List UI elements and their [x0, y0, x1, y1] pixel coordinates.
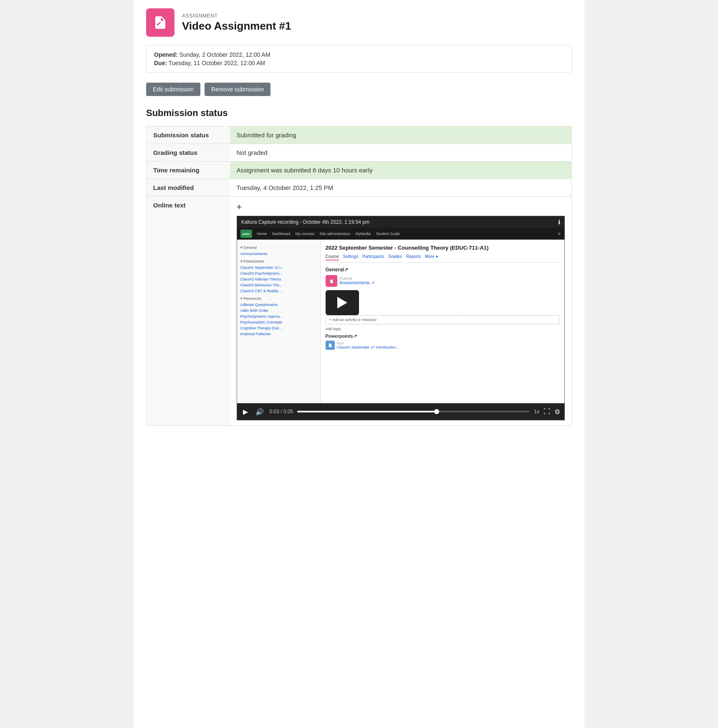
assignment-type-label: ASSIGNMENT [182, 13, 291, 19]
opened-date: Opened: Sunday, 2 October 2022, 12:00 AM [154, 51, 564, 58]
fake-tab-course: Course [326, 254, 339, 260]
fake-sidebar-class2a: Class#2 Psychodynami... [240, 270, 317, 276]
play-pause-button[interactable]: ▶ [241, 407, 250, 417]
fake-close-icon: ✕ [557, 231, 561, 237]
video-player: Kaltura Capture recording - October 4th … [237, 216, 565, 420]
fullscreen-button[interactable]: ⛶ [544, 408, 550, 415]
assignment-header: ASSIGNMENT Video Assignment #1 [146, 8, 572, 37]
fake-browser-body: ▾ General Announcements ▾ Powerpoints Cl… [237, 240, 565, 403]
fake-file-icon: 📄 [326, 341, 335, 350]
fake-play-area [326, 290, 359, 315]
fake-powerpoints-heading: Powerpoints↗ [326, 334, 560, 339]
fake-nav-dashboard: Dashboard [272, 232, 291, 236]
fake-tab-grades: Grades [388, 254, 402, 260]
table-row-time-remaining: Time remaining Assignment was submitted … [147, 162, 572, 179]
due-value: Tuesday, 11 October 2022, 12:00 AM [169, 60, 265, 66]
fake-sidebar-general-label: ▾ General [240, 245, 317, 250]
last-modified-label: Last modified [147, 179, 230, 197]
fake-sidebar-res4: Psychoanalytic Concepts [240, 319, 317, 325]
video-title-text: Kaltura Capture recording - October 4th … [241, 219, 370, 225]
submission-status-value: Submitted for grading [230, 126, 572, 144]
fake-nav-home: Home [257, 232, 267, 236]
last-modified-value: Tuesday, 4 October 2022, 1:25 PM [230, 179, 572, 197]
fake-tab-more: More ▾ [425, 254, 438, 260]
speed-label[interactable]: 1x [534, 409, 539, 415]
progress-bar-fill [297, 411, 437, 412]
fake-forum-info: FORUM Announcements ↗ [340, 277, 374, 285]
volume-button[interactable]: 🔊 [254, 407, 265, 417]
online-text-cell: + Kaltura Capture recording - October 4t… [230, 197, 572, 426]
table-row-submission-status: Submission status Submitted for grading [147, 126, 572, 144]
time-remaining-value: Assignment was submitted 6 days 10 hours… [230, 162, 572, 179]
video-title-bar: Kaltura Capture recording - October 4th … [237, 216, 565, 228]
status-table: Submission status Submitted for grading … [146, 126, 572, 426]
button-row: Edit submission Remove submission [146, 83, 572, 96]
fake-unbc-logo: unbc [240, 230, 252, 238]
submission-status-heading: Submission status [146, 108, 572, 119]
time-current: 0:03 / 0:05 [270, 409, 293, 415]
fake-add-resource: + Add an activity or resource [326, 315, 560, 324]
fake-tab-participants: Participants [362, 254, 384, 260]
progress-thumb[interactable] [434, 409, 439, 414]
due-date: Due: Tuesday, 11 October 2022, 12:00 AM [154, 60, 564, 66]
fake-file-item: 📄 FILE Class#1 September 17 Introduction… [326, 341, 560, 350]
fake-sidebar-class3b: Class#3 CBT & Reality ... [240, 288, 317, 294]
fake-course-title: 2022 September Semester - Counselling Th… [326, 245, 560, 251]
submission-status-label: Submission status [147, 126, 230, 144]
fake-browser-topbar: unbc Home Dashboard My courses Site admi… [237, 228, 565, 240]
video-content: unbc Home Dashboard My courses Site admi… [237, 228, 565, 403]
fake-forum-name: Announcements ↗ [340, 281, 374, 285]
add-content-icon[interactable]: + [237, 202, 242, 212]
assignment-svg-icon [153, 15, 168, 30]
fake-course-tabs: Course Settings Participants Grades Repo… [326, 254, 560, 263]
grading-status-value: Not graded [230, 144, 572, 162]
assignment-icon [146, 8, 174, 37]
remove-submission-button[interactable]: Remove submission [205, 83, 271, 96]
table-row-online-text: Online text + Kaltura Capture recording … [147, 197, 572, 426]
fake-main-content: 2022 September Semester - Counselling Th… [321, 240, 565, 403]
fake-nav-mymedia: MyMedia [356, 232, 371, 236]
fake-file-name: Class#1 September 17 Introduction... [337, 345, 399, 349]
progress-bar[interactable] [297, 411, 530, 412]
fake-sidebar-class3a: Class#3 Behaviour The... [240, 282, 317, 288]
fake-play-triangle [337, 297, 347, 308]
fake-general-heading: General↗ [326, 267, 560, 273]
settings-button[interactable]: ⚙ [554, 408, 560, 416]
fake-sidebar-class1: Class#1 September 12 I... [240, 265, 317, 270]
fake-forum-type: FORUM [340, 277, 374, 281]
dates-panel: Opened: Sunday, 2 October 2022, 12:00 AM… [146, 45, 572, 73]
fake-nav-courses: My courses [296, 232, 315, 236]
fake-sidebar-res5: Cognitive Therapy Que... [240, 325, 317, 331]
fake-tab-settings: Settings [343, 254, 358, 260]
video-screenshot: unbc Home Dashboard My courses Site admi… [237, 228, 565, 403]
fake-forum-icon: 📋 [326, 275, 337, 287]
fake-sidebar-res6: Irrational Fallacies [240, 331, 317, 337]
online-text-label: Online text [147, 197, 230, 426]
fake-sidebar-res2: Adler Birth Order [240, 308, 317, 313]
video-controls-bar: ▶ 🔊 0:03 / 0:05 1x [237, 403, 565, 420]
time-remaining-label: Time remaining [147, 162, 230, 179]
table-row-grading-status: Grading status Not graded [147, 144, 572, 162]
assignment-title: Video Assignment #1 [182, 20, 291, 33]
fake-forum-box: 📋 FORUM Announcements ↗ [326, 275, 560, 287]
fake-sidebar-res1: Adlerian Questionairre [240, 302, 317, 308]
fake-nav-siteadmin: Site administration [320, 232, 351, 236]
fake-sidebar-announcements: Announcements [240, 251, 317, 257]
table-row-last-modified: Last modified Tuesday, 4 October 2022, 1… [147, 179, 572, 197]
due-label: Due: [154, 60, 167, 66]
fake-sidebar-powerpoints-label: ▾ Powerpoints [240, 259, 317, 263]
fake-sidebar: ▾ General Announcements ▾ Powerpoints Cl… [237, 240, 321, 403]
assignment-title-block: ASSIGNMENT Video Assignment #1 [182, 13, 291, 33]
edit-submission-button[interactable]: Edit submission [146, 83, 200, 96]
fake-sidebar-res3: Psychodynamic Approa... [240, 313, 317, 319]
fake-file-info: FILE Class#1 September 17 Introduction..… [337, 341, 399, 349]
opened-label: Opened: [154, 51, 178, 58]
fake-file-type-label: FILE [337, 341, 399, 345]
fake-nav-guide: Student Guide [376, 232, 400, 236]
info-button[interactable]: ℹ [558, 219, 560, 225]
grading-status-label: Grading status [147, 144, 230, 162]
fake-sidebar-class2b: Class#2 Adlerian Theory [240, 276, 317, 282]
fake-video-thumbnail [326, 290, 359, 315]
opened-value: Sunday, 2 October 2022, 12:00 AM [180, 51, 271, 58]
page-wrapper: ASSIGNMENT Video Assignment #1 Opened: S… [134, 0, 584, 728]
